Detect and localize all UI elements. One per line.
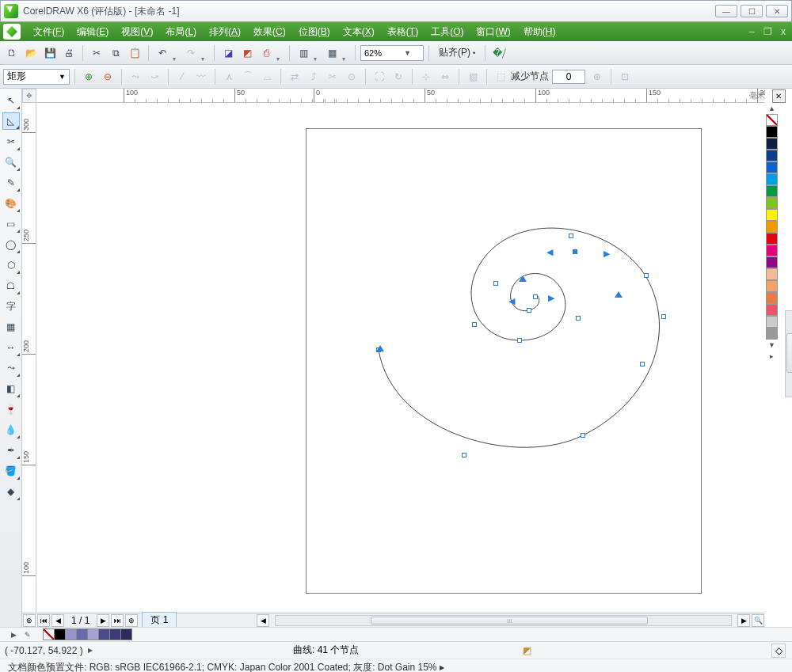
menu-布局l[interactable]: 布局(L)	[159, 23, 203, 41]
drawing-canvas[interactable]: ◀ ▶ ◀ ▶	[36, 103, 765, 613]
color-swatch[interactable]	[766, 185, 778, 197]
horizontal-scrollbar[interactable]: III	[275, 615, 732, 626]
color-swatch[interactable]	[766, 126, 778, 138]
break-node-button[interactable]: ⤻	[146, 68, 163, 85]
color-swatch[interactable]	[766, 280, 778, 292]
basic-shapes-tool[interactable]: ☖	[2, 277, 20, 294]
chevron-down-icon[interactable]: ▼	[59, 73, 66, 81]
chevron-right-icon[interactable]: ▶	[440, 664, 444, 671]
text-tool[interactable]: 字	[2, 298, 20, 315]
add-page-after-button[interactable]: ⊕	[125, 614, 138, 627]
mdi-restore-button[interactable]: ❐	[762, 26, 773, 37]
select-all-nodes-button[interactable]: ⬚	[492, 68, 509, 85]
to-curve-button[interactable]: 〰	[192, 68, 210, 85]
doc-color-swatch[interactable]	[54, 628, 66, 640]
color-swatch[interactable]	[766, 221, 778, 233]
doc-color-swatch[interactable]	[120, 628, 132, 640]
reduce-nodes-input[interactable]	[552, 70, 585, 84]
paste-button[interactable]: 📋	[126, 44, 143, 62]
rectangle-tool[interactable]: ▭	[2, 215, 20, 233]
zoom-tool[interactable]: 🔍	[2, 154, 20, 171]
hscroll-left-button[interactable]: ◀	[257, 614, 269, 627]
dimension-tool[interactable]: ↔	[2, 339, 20, 356]
doc-color-swatch[interactable]	[76, 628, 88, 640]
mdi-close-button[interactable]: x	[778, 26, 789, 37]
undo-button[interactable]: ↶	[154, 44, 171, 62]
polygon-tool[interactable]: ⬡	[2, 256, 20, 274]
connector-tool[interactable]: ⤳	[2, 359, 20, 377]
publish-pdf-button[interactable]: ⎙	[257, 44, 275, 62]
doc-color-swatch[interactable]	[98, 628, 110, 640]
outline-indicator-icon[interactable]: ◇	[771, 644, 786, 658]
vertical-ruler[interactable]: 300250200150100	[22, 103, 36, 613]
palette-flyout-button[interactable]: ▸	[765, 351, 779, 362]
app-icon[interactable]	[3, 24, 21, 40]
interactive-blend-tool[interactable]: ◧	[2, 380, 20, 397]
extract-subpath-button[interactable]: ✂	[324, 68, 341, 85]
copy-button[interactable]: ⧉	[107, 44, 124, 62]
cusp-node-button[interactable]: ⋏	[220, 68, 238, 85]
color-swatch[interactable]	[766, 316, 778, 328]
add-node-button[interactable]: ⊕	[80, 68, 97, 85]
elastic-mode-button[interactable]: ▨	[464, 68, 482, 85]
doc-color-swatch[interactable]	[109, 628, 121, 640]
eyedropper-tool[interactable]: 💧	[2, 421, 20, 439]
menu-工具o[interactable]: 工具(O)	[425, 23, 470, 41]
join-nodes-button[interactable]: ⤳	[127, 68, 144, 85]
menu-帮助h[interactable]: 帮助(H)	[517, 23, 562, 41]
close-curve-button[interactable]: ⊙	[343, 68, 360, 85]
palette-scroll-down-button[interactable]: ▼	[765, 340, 779, 351]
color-swatch[interactable]	[766, 209, 778, 221]
app-launcher-button[interactable]: ▥	[295, 44, 312, 62]
menu-排列a[interactable]: 排列(A)	[203, 23, 247, 41]
symmetric-node-button[interactable]: ⌓	[258, 68, 276, 85]
color-swatch[interactable]	[766, 256, 778, 268]
selected-curve[interactable]	[36, 103, 765, 613]
color-swatch[interactable]	[766, 138, 778, 150]
close-docker-button[interactable]: ✕	[772, 89, 786, 103]
reverse-direction-button[interactable]: ⇄	[286, 68, 303, 85]
next-page-button[interactable]: ▶	[97, 614, 109, 627]
scrollbar-thumb[interactable]	[786, 333, 792, 373]
welcome-screen-button[interactable]: ▦	[323, 44, 341, 62]
play-button[interactable]: ▶	[8, 629, 19, 640]
color-swatch[interactable]	[766, 197, 778, 209]
prev-page-button[interactable]: ◀	[51, 614, 64, 627]
transparency-tool[interactable]: 🍷	[2, 401, 20, 418]
options-button[interactable]: �⧸	[490, 44, 508, 62]
color-swatch[interactable]	[766, 292, 778, 304]
cut-button[interactable]: ✂	[88, 44, 105, 62]
page-tab[interactable]: 页 1	[142, 612, 177, 628]
interactive-fill-tool[interactable]: ◆	[2, 483, 20, 500]
add-page-button[interactable]: ⊕	[23, 614, 36, 627]
zoom-value[interactable]	[364, 48, 404, 58]
new-button[interactable]: 🗋	[3, 44, 21, 62]
reduce-nodes-apply-button[interactable]: ⊕	[588, 68, 606, 85]
restore-button[interactable]: ☐	[741, 5, 763, 17]
open-button[interactable]: 📂	[22, 44, 40, 62]
edit-hint-button[interactable]: ✎	[22, 629, 33, 640]
doc-color-swatch[interactable]	[87, 628, 99, 640]
print-button[interactable]: 🖨	[60, 44, 78, 62]
zoom-level-input[interactable]: ▼	[360, 45, 424, 61]
crop-tool[interactable]: ✂	[2, 133, 20, 150]
import-button[interactable]: ◪	[219, 44, 237, 62]
minimize-button[interactable]: —	[715, 5, 737, 17]
first-page-button[interactable]: ⏮	[37, 614, 50, 627]
color-swatch[interactable]	[766, 245, 778, 256]
doc-color-swatch[interactable]	[43, 628, 55, 640]
doc-color-swatch[interactable]	[65, 628, 77, 640]
color-swatch[interactable]	[766, 150, 778, 161]
navigator-button[interactable]: 🔍	[752, 614, 764, 627]
to-line-button[interactable]: ∕	[173, 68, 191, 85]
delete-node-button[interactable]: ⊖	[99, 68, 116, 85]
shape-selector-dropdown[interactable]: 矩形 ▼	[3, 69, 70, 85]
pick-tool[interactable]: ↖	[2, 92, 20, 109]
reflect-nodes-button[interactable]: ⇔	[436, 68, 454, 85]
menu-窗口w[interactable]: 窗口(W)	[470, 23, 516, 41]
fill-tool[interactable]: 🪣	[2, 462, 20, 480]
menu-文本x[interactable]: 文本(X)	[337, 23, 381, 41]
save-button[interactable]: 💾	[41, 44, 59, 62]
outline-tool[interactable]: ✒	[2, 442, 20, 459]
menu-编辑e[interactable]: 编辑(E)	[70, 23, 115, 41]
